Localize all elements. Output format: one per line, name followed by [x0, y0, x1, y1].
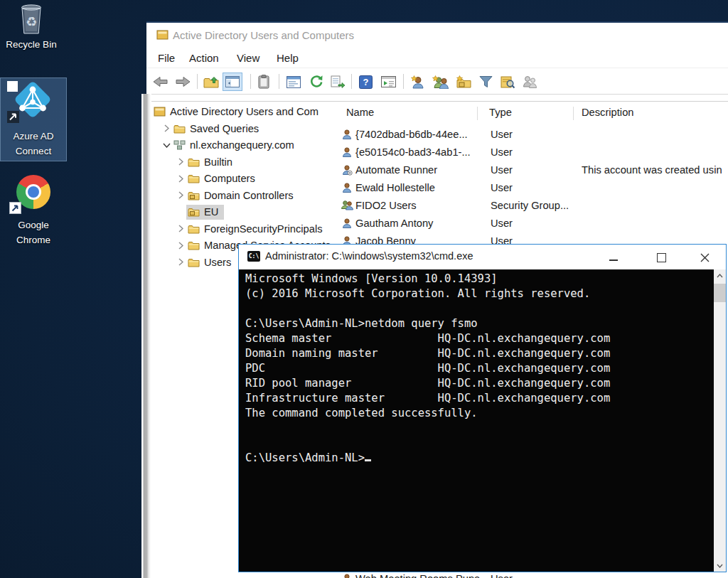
- column-separator[interactable]: [477, 107, 478, 120]
- list-row[interactable]: {e50154c0-bad3-4ab1-...User: [339, 144, 728, 161]
- recycle-bin-icon: ♻: [0, 0, 64, 37]
- cmd-console[interactable]: Microsoft Windows [Version 10.0.14393](c…: [239, 269, 714, 572]
- toolbar-new-ou-icon[interactable]: [454, 73, 473, 90]
- row-type: User: [491, 573, 513, 578]
- row-description: This account was created usin: [582, 164, 722, 176]
- window-title: Administrator: C:\windows\system32\cmd.e…: [265, 250, 473, 262]
- maximize-button[interactable]: [646, 245, 678, 269]
- tree-item[interactable]: Saved Queries: [151, 120, 336, 137]
- expand-arrow-icon[interactable]: [176, 191, 185, 200]
- expand-arrow-icon[interactable]: [176, 258, 185, 267]
- scroll-down-icon[interactable]: [714, 560, 726, 572]
- user-icon: [341, 129, 353, 142]
- desktop-icon-azure-ad-connect[interactable]: Azure AD Connect: [1, 78, 66, 161]
- domain-icon: [173, 140, 186, 150]
- toolbar-back-icon[interactable]: [151, 73, 169, 90]
- list-row[interactable]: FIDO2 UsersSecurity Group...: [339, 197, 728, 215]
- cmd-titlebar[interactable]: C:\ Administrator: C:\windows\system32\c…: [239, 245, 726, 269]
- column-header-type[interactable]: Type: [489, 107, 512, 118]
- column-header-name[interactable]: Name: [346, 107, 374, 118]
- toolbar-separator: [250, 74, 251, 89]
- desktop-icon-recycle-bin[interactable]: ♻ Recycle Bin: [0, 0, 64, 52]
- tree-item-label: EU: [204, 206, 218, 218]
- expand-arrow-icon[interactable]: [162, 124, 171, 133]
- column-separator[interactable]: [573, 107, 574, 120]
- row-type: Security Group...: [491, 200, 569, 211]
- tree-item[interactable]: nl.exchangequery.com: [151, 137, 336, 154]
- toolbar-console-tree-toggle-icon[interactable]: [223, 73, 242, 91]
- tree-item[interactable]: EU: [151, 204, 336, 221]
- toolbar-find-icon[interactable]: [498, 73, 517, 90]
- user-badge-icon: [341, 164, 353, 178]
- row-type: User: [491, 164, 513, 176]
- tree-item[interactable]: Builtin: [151, 154, 336, 171]
- desktop-icon-google-chrome[interactable]: Google Chrome: [1, 171, 66, 247]
- row-type: User: [491, 218, 513, 229]
- expand-arrow-icon[interactable]: [162, 141, 171, 149]
- toolbar-show-window-icon[interactable]: [379, 73, 397, 90]
- tree-item[interactable]: Active Directory Users and Com: [151, 104, 336, 121]
- toolbar-separator: [351, 74, 352, 89]
- toolbar-refresh-icon[interactable]: [307, 73, 326, 90]
- column-header-description[interactable]: Description: [582, 107, 633, 118]
- toolbar-properties-window-icon[interactable]: [284, 73, 303, 90]
- folder-icon: [188, 157, 200, 167]
- cmd-line: RID pool manager HQ-DC.nl.exchangequery.…: [245, 376, 714, 391]
- close-button[interactable]: [690, 245, 722, 269]
- tree-item[interactable]: ForeignSecurityPrincipals: [151, 220, 336, 237]
- menu-action[interactable]: Action: [189, 52, 219, 64]
- row-type: User: [491, 146, 513, 158]
- toolbar-separator: [279, 74, 279, 89]
- toolbar-new-user-icon[interactable]: [409, 73, 427, 90]
- row-name: Gautham Antony: [355, 218, 433, 229]
- azure-ad-connect-icon: [1, 78, 66, 129]
- list-row[interactable]: {7402dbad-b6db-44ee...User: [339, 126, 728, 144]
- desktop: ♻ Recycle Bin Azure AD Connect Google Ch…: [0, 0, 728, 578]
- toolbar-clipboard-icon[interactable]: [255, 73, 273, 90]
- toolbar-special-permissions-icon[interactable]: [520, 73, 539, 90]
- tree-item-label: Domain Controllers: [204, 190, 294, 201]
- cmd-scrollbar[interactable]: [714, 269, 726, 572]
- cmd-line: C:\Users\Admin-NL>: [245, 451, 714, 466]
- toolbar-filter-icon[interactable]: [476, 73, 495, 90]
- tree-item[interactable]: Computers: [151, 171, 336, 188]
- menu-view[interactable]: View: [237, 52, 259, 64]
- toolbar-up-one-level-icon[interactable]: [202, 73, 220, 90]
- aduc-titlebar[interactable]: Active Directory Users and Computers: [146, 23, 728, 48]
- folder-icon: [188, 224, 200, 234]
- mmc-console-icon: [156, 30, 168, 43]
- list-row[interactable]: Ewald HollestelleUser: [339, 179, 728, 197]
- tree-item-label: Users: [204, 257, 231, 268]
- user-icon: [341, 218, 353, 231]
- toolbar-forward-icon[interactable]: [174, 73, 193, 90]
- ou-icon: [188, 207, 200, 217]
- menu-help[interactable]: Help: [277, 52, 299, 64]
- tree-item[interactable]: Domain Controllers: [151, 187, 336, 204]
- scroll-up-icon[interactable]: [714, 269, 726, 282]
- list-row[interactable]: Automate RunnerUserThis account was crea…: [339, 161, 728, 179]
- expand-arrow-icon[interactable]: [176, 225, 185, 233]
- expand-arrow-icon[interactable]: [176, 174, 185, 183]
- cmd-window: C:\ Administrator: C:\windows\system32\c…: [238, 244, 727, 572]
- expand-arrow-icon[interactable]: [176, 158, 185, 166]
- expand-arrow-icon[interactable]: [176, 208, 185, 216]
- list-row[interactable]: Gautham AntonyUser: [339, 215, 728, 232]
- toolbar-export-list-icon[interactable]: [328, 73, 347, 90]
- row-name: {7402dbad-b6db-44ee...: [355, 129, 468, 140]
- cmd-line: [245, 436, 714, 451]
- ou-icon: [188, 191, 200, 200]
- menu-file[interactable]: File: [158, 52, 175, 64]
- minimize-button[interactable]: [597, 245, 629, 269]
- row-type: User: [491, 182, 513, 193]
- expand-arrow-icon[interactable]: [176, 241, 185, 250]
- toolbar-help-icon[interactable]: ?: [356, 73, 375, 90]
- desktop-icon-label: Recycle Bin: [0, 37, 64, 52]
- list-header: Name Type Description: [339, 105, 728, 122]
- toolbar-new-group-icon[interactable]: [432, 73, 450, 90]
- cmd-line: Schema master HQ-DC.nl.exchangequery.com: [245, 331, 714, 346]
- folder-icon: [173, 124, 186, 134]
- user-icon: [341, 146, 353, 160]
- window-title: Active Directory Users and Computers: [173, 29, 354, 41]
- cmd-line: PDC HQ-DC.nl.exchangequery.com: [245, 361, 714, 376]
- scrollbar-thumb[interactable]: [714, 284, 726, 302]
